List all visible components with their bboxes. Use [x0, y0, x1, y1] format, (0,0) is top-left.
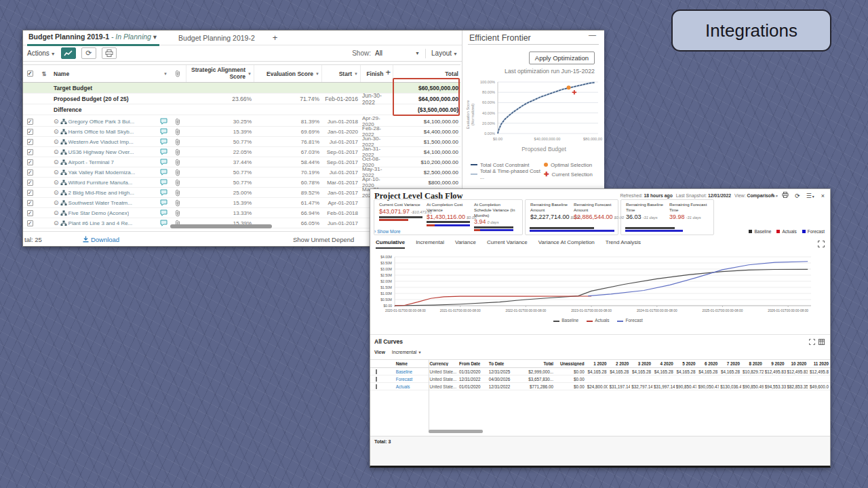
table-row[interactable]: ✓ ⊙ Gregory Office Park 3 Bui... 30.25% …: [23, 117, 460, 127]
row-checkbox[interactable]: ✓: [27, 190, 33, 196]
tab-variance[interactable]: Variance: [455, 239, 476, 249]
row-checkbox[interactable]: ✓: [27, 159, 33, 165]
curve-name-link[interactable]: Forecast: [395, 377, 429, 382]
minimize-icon[interactable]: —: [589, 30, 596, 39]
actions-menu[interactable]: Actions▼: [27, 49, 56, 57]
chevron-down-icon[interactable]: ▾: [153, 33, 157, 41]
table-row[interactable]: ✓ ⊙ Wilford Furniture Manufa... 50.77% 6…: [23, 178, 460, 188]
row-checkbox[interactable]: ✓: [27, 169, 33, 176]
paperclip-icon[interactable]: [175, 118, 180, 125]
column-header-total[interactable]: Total: [393, 65, 460, 82]
grid-view-icon[interactable]: [818, 339, 825, 345]
comment-icon[interactable]: [160, 169, 167, 176]
table-row[interactable]: ForecastUnited State...12/31/202204/30/2…: [370, 375, 830, 383]
row-checkbox[interactable]: ✓: [27, 129, 33, 135]
proposed-budget-row[interactable]: Proposed Budget (20 of 25) 23.66% 71.74%…: [23, 94, 460, 104]
target-budget-row[interactable]: Target Budget $60,500,000.00: [23, 83, 460, 94]
paperclip-icon[interactable]: [175, 138, 180, 146]
apply-optimization-button[interactable]: Apply Optimization: [529, 52, 595, 64]
project-name[interactable]: Yak Valley Rail Moderniza...: [68, 169, 136, 176]
curve-name-link[interactable]: Actuals: [395, 384, 429, 389]
project-name[interactable]: Gregory Office Park 3 Bui...: [68, 119, 135, 125]
refresh-icon[interactable]: ⟳: [795, 192, 800, 199]
row-checkbox[interactable]: ✓: [27, 200, 33, 206]
tab-variance-at-completion[interactable]: Variance At Completion: [538, 239, 595, 249]
tab-incremental[interactable]: Incremental: [416, 239, 444, 249]
project-name[interactable]: 2 Bldg Mid-Rise and High...: [68, 190, 134, 196]
sort-icon[interactable]: ⇅: [37, 65, 52, 82]
column-header-name[interactable]: Name▼: [52, 65, 170, 82]
row-checkbox[interactable]: ✓: [27, 139, 33, 145]
table-scrollbar[interactable]: [429, 430, 483, 433]
print-button[interactable]: [102, 47, 117, 59]
download-link[interactable]: Download: [83, 236, 119, 243]
table-row[interactable]: ✓ ⊙ US36 Highway New Over... 22.05% 67.0…: [23, 147, 460, 157]
column-header-strategic[interactable]: Strategic Alignment Score▼: [186, 65, 254, 82]
comment-icon[interactable]: [160, 199, 167, 206]
table-row[interactable]: ✓ ⊙ Airport - Terminal 7 37.44% 58.44% S…: [23, 157, 460, 167]
table-row[interactable]: BaselineUnited State...01/31/202012/31/2…: [370, 368, 830, 375]
refresh-button[interactable]: ⟳: [81, 47, 96, 59]
paperclip-icon[interactable]: [175, 128, 180, 136]
paperclip-icon[interactable]: [175, 199, 180, 207]
tab-budget-planning-2019-1[interactable]: Budget Planning 2019-1 - In Planning ▾: [27, 30, 159, 46]
comment-icon[interactable]: [160, 148, 167, 155]
project-name[interactable]: Wilford Furniture Manufa...: [68, 180, 133, 186]
row-checkbox[interactable]: ✓: [27, 149, 33, 155]
tab-current-variance[interactable]: Current Variance: [487, 239, 528, 249]
project-name[interactable]: Plant #6 Line 3 and 4 Re...: [68, 220, 133, 226]
show-filter-value[interactable]: All: [375, 49, 382, 57]
comment-icon[interactable]: [160, 138, 167, 145]
project-name[interactable]: Western Ave Viaduct Imp...: [68, 139, 134, 145]
comment-icon[interactable]: [160, 179, 167, 186]
print-icon[interactable]: [782, 192, 789, 199]
table-row[interactable]: ✓ ⊙ Yak Valley Rail Moderniza... 50.77% …: [23, 167, 460, 178]
show-unmet-dependencies-link[interactable]: Show Unmet Depend: [293, 236, 354, 243]
table-row[interactable]: ✓ ⊙ Harris Office to Mall Skyb... 15.39%…: [23, 127, 460, 137]
select-all-checkbox[interactable]: ✓: [27, 70, 33, 77]
column-header-evaluation[interactable]: Evaluation Score▼: [254, 65, 321, 82]
paperclip-icon[interactable]: [175, 148, 180, 156]
project-name[interactable]: US36 Highway New Over...: [68, 149, 134, 155]
project-name[interactable]: Airport - Terminal 7: [68, 159, 114, 165]
paperclip-icon[interactable]: [175, 189, 180, 197]
comment-icon[interactable]: [160, 159, 167, 165]
table-row[interactable]: ActualsUnited State...01/01/202012/31/20…: [370, 383, 830, 390]
menu-icon[interactable]: ☰▼: [806, 192, 815, 199]
tab-cumulative[interactable]: Cumulative: [376, 239, 405, 249]
expand-icon[interactable]: [809, 339, 815, 345]
row-checkbox[interactable]: ✓: [27, 119, 33, 125]
comment-icon[interactable]: [160, 209, 167, 216]
expand-icon[interactable]: [818, 241, 825, 247]
paperclip-icon[interactable]: [175, 179, 180, 186]
project-name[interactable]: Harris Office to Mall Skyb...: [68, 129, 134, 135]
chart-view-button[interactable]: [61, 47, 76, 59]
add-tab-button[interactable]: +: [273, 33, 278, 43]
comment-icon[interactable]: [160, 118, 167, 125]
column-header-start[interactable]: Start▼: [321, 65, 360, 82]
paperclip-icon[interactable]: [175, 159, 180, 166]
comment-icon[interactable]: [160, 128, 167, 135]
project-name[interactable]: Five Star Demo (Aconex): [68, 210, 130, 216]
table-row[interactable]: ✓ ⊙ Western Ave Viaduct Imp... 50.77% 76…: [23, 137, 460, 147]
horizontal-scrollbar[interactable]: [170, 224, 272, 228]
show-more-link[interactable]: › Show More: [374, 229, 401, 234]
edit-icon[interactable]: ✎: [771, 192, 776, 199]
layout-menu[interactable]: Layout▼: [431, 49, 458, 57]
comment-icon[interactable]: [160, 189, 167, 196]
paperclip-icon[interactable]: [175, 169, 180, 176]
tab-budget-planning-2019-2[interactable]: Budget Planning 2019-2: [178, 34, 255, 42]
curve-name-link[interactable]: Baseline: [395, 369, 429, 374]
show-filter-caret-icon[interactable]: ▼: [415, 51, 420, 56]
comment-icon[interactable]: [160, 220, 167, 226]
row-checkbox[interactable]: ✓: [27, 220, 33, 226]
difference-row[interactable]: Difference ($3,500,000.00): [23, 104, 460, 115]
tab-trend-analysis[interactable]: Trend Analysis: [606, 239, 641, 249]
paperclip-icon[interactable]: [175, 209, 180, 217]
curves-view-selector[interactable]: ViewIncremental ▼: [374, 350, 422, 354]
close-icon[interactable]: ×: [821, 192, 825, 199]
row-checkbox[interactable]: ✓: [27, 180, 33, 186]
project-name[interactable]: Southwest Water Treatm...: [68, 200, 132, 206]
add-column-button[interactable]: +: [385, 67, 391, 77]
column-header-finish[interactable]: Finish+: [360, 65, 393, 82]
